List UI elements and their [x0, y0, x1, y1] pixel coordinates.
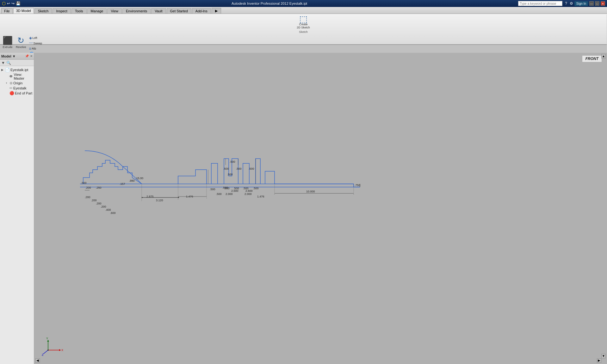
tree-label-end-of-part: End of Part [15, 91, 32, 95]
scroll-down-btn[interactable]: ▼ [601, 354, 606, 358]
svg-text:2.000: 2.000 [226, 192, 233, 196]
origin-icon: ⊕ [9, 81, 13, 85]
panel-title[interactable]: Model ▼ [1, 54, 16, 58]
maximize-btn[interactable]: □ [595, 1, 599, 6]
title-bar-left: ⬡ ↩ ↪ 💾 [2, 1, 21, 6]
svg-text:.15.00: .15.00 [135, 177, 143, 180]
tree-label-origin: Origin [13, 81, 22, 85]
panel-close-icon[interactable]: ✕ [30, 54, 33, 58]
tree-expander-eyestalk[interactable]: ▶ [1, 68, 4, 71]
svg-text:2.000: 2.000 [245, 192, 252, 196]
panel-filter-icon[interactable]: ▼ [1, 61, 5, 65]
scroll-up-btn[interactable]: ▲ [601, 54, 606, 58]
help-icon[interactable]: ? [564, 1, 568, 6]
scroll-right-btn[interactable]: ▶ [597, 358, 601, 363]
ribbon-group-sketch: ⬚ Create2D Sketch Sketch [0, 15, 607, 34]
app-logo-icon: ⬡ [2, 1, 6, 6]
tab-inspect[interactable]: Inspect [53, 8, 71, 14]
search-input[interactable] [518, 1, 562, 6]
svg-text:.500: .500 [216, 192, 222, 196]
tab-sketch[interactable]: Sketch [34, 8, 52, 14]
model-tree: ▶ 📄 Eyestalk.ipt 👁 View: Master + ⊕ Orig… [0, 66, 34, 364]
tab-add-ins[interactable]: Add-Ins [192, 8, 211, 14]
settings-icon[interactable]: ⚙ [570, 1, 573, 6]
quick-access-redo[interactable]: ↪ [11, 1, 15, 6]
svg-text:1.476: 1.476 [257, 195, 264, 198]
panel-controls: 📌 ✕ [25, 54, 33, 58]
svg-text:.500: .500 [210, 188, 215, 191]
panel-toolbar: ▼ 🔍 [0, 60, 34, 66]
sketch-group-label: Sketch [299, 30, 308, 33]
tree-label-eyestalk-ipt: Eyestalk.ipt [10, 68, 28, 72]
sweep-button[interactable]: 〰Sweep [28, 41, 44, 46]
tree-expander-origin[interactable]: + [6, 82, 9, 85]
scroll-left-btn[interactable]: ◀ [35, 358, 40, 363]
tree-label-view-master: View: Master [14, 73, 33, 80]
view-icon: 👁 [9, 74, 13, 79]
tab-3d-model[interactable]: 3D Model [13, 8, 34, 14]
svg-text:Z: Z [42, 353, 44, 356]
svg-text:.200: .200 [91, 199, 97, 202]
tree-item-eyestalk[interactable]: ✏ Eyestalk [1, 86, 33, 91]
svg-marker-56 [59, 349, 61, 351]
svg-text:.250: .250 [96, 186, 102, 189]
svg-point-63 [47, 349, 49, 351]
loft-button[interactable]: ◈Loft [28, 35, 44, 40]
title-bar-title: Autodesk Inventor Professional 2012 Eyes… [21, 2, 518, 5]
ribbon: ⬚ Create2D Sketch Sketch ⬛ Extrude ↻ Rev… [0, 14, 607, 45]
svg-text:.500: .500 [227, 173, 233, 176]
svg-text:X: X [61, 349, 63, 352]
tab-extra[interactable]: ▶ [212, 8, 221, 14]
tree-item-origin[interactable]: + ⊕ Origin [1, 81, 33, 86]
tab-vault[interactable]: Vault [151, 8, 166, 14]
svg-text:.500: .500 [223, 167, 229, 170]
svg-text:.200: .200 [85, 196, 90, 199]
svg-text:.200: .200 [101, 205, 106, 208]
tab-view[interactable]: View [107, 8, 122, 14]
tab-file[interactable]: File [1, 8, 13, 14]
rib-button[interactable]: ≡Rib [28, 46, 44, 51]
tab-get-started[interactable]: Get Started [167, 8, 191, 14]
svg-text:.200: .200 [96, 202, 102, 205]
file-icon: 📄 [5, 68, 10, 72]
panel-header: Model ▼ 📌 ✕ [0, 53, 34, 60]
quick-access-save[interactable]: 💾 [16, 1, 21, 6]
title-bar: ⬡ ↩ ↪ 💾 Autodesk Inventor Professional 2… [0, 0, 607, 7]
sign-in-btn[interactable]: Sign In [574, 1, 588, 6]
viewport[interactable]: FRONT .200 .250 [34, 53, 607, 364]
panel-search-icon[interactable]: 🔍 [6, 61, 11, 65]
svg-text:2.875: 2.875 [146, 195, 154, 198]
tree-label-eyestalk: Eyestalk [13, 86, 27, 90]
panel-pin-icon[interactable]: 📌 [25, 54, 29, 58]
svg-text:Y: Y [46, 337, 48, 340]
svg-text:.500: .500 [224, 187, 230, 190]
svg-line-61 [43, 350, 48, 354]
svg-text:.400: .400 [105, 208, 111, 211]
title-bar-right: ? ⚙ Sign In — □ ✕ [518, 1, 605, 6]
quick-access-undo[interactable]: ↩ [7, 1, 10, 6]
ribbon-tab-bar: File 3D Model Sketch Inspect Tools Manag… [0, 7, 607, 14]
svg-text:10.000: 10.000 [306, 190, 315, 193]
end-of-part-icon: 🔴 [9, 91, 14, 95]
svg-text:.600: .600 [110, 211, 116, 215]
tab-environments[interactable]: Environments [122, 8, 151, 14]
svg-text:.500: .500 [230, 160, 235, 163]
axes-indicator: X Y Z [42, 337, 67, 356]
svg-text:.500: .500 [81, 181, 87, 185]
svg-text:.157: .157 [120, 182, 125, 185]
minimize-btn[interactable]: — [589, 1, 594, 6]
svg-text:.500: .500 [253, 187, 259, 190]
tree-item-view-master[interactable]: 👁 View: Master [1, 72, 33, 81]
svg-text:3.120: 3.120 [156, 199, 163, 202]
svg-text:.500: .500 [233, 187, 239, 190]
create-2d-sketch-button[interactable]: ⬚ Create2D Sketch [295, 15, 311, 30]
close-btn[interactable]: ✕ [601, 1, 605, 6]
tab-tools[interactable]: Tools [71, 8, 87, 14]
tree-item-eyestalk-ipt[interactable]: ▶ 📄 Eyestalk.ipt [1, 67, 33, 72]
tree-item-end-of-part[interactable]: 🔴 End of Part [1, 91, 33, 96]
sketch-drawing: .200 .250 .157 .980 .15.00 .500 .200 .20… [34, 53, 607, 364]
tab-manage[interactable]: Manage [87, 8, 107, 14]
svg-text:.200: .200 [85, 186, 91, 189]
svg-marker-59 [47, 340, 49, 342]
svg-text:.980: .980 [129, 179, 135, 182]
